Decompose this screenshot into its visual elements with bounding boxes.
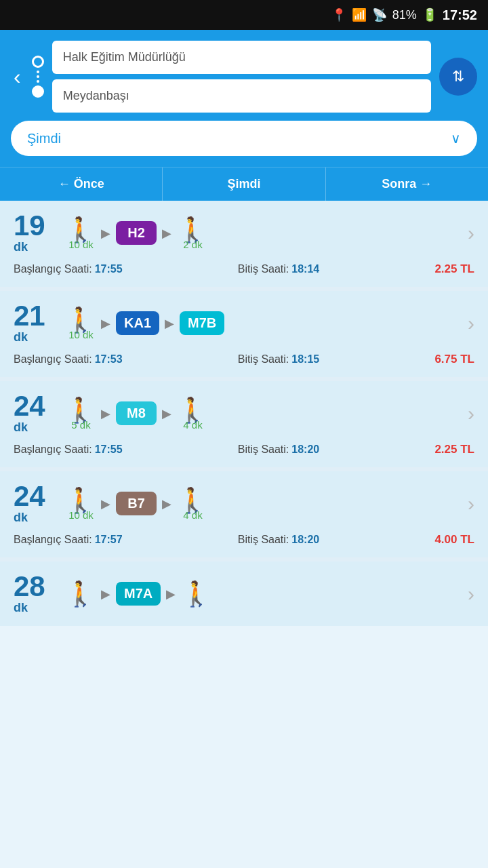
route-card[interactable]: 21 dk 🚶 10 dk ▶ KA1 ▶ M7B › Başlangıç Sa…	[0, 291, 488, 377]
duration-unit: dk	[14, 601, 28, 615]
walk-step: 🚶 4 dk	[177, 486, 207, 521]
route-price: 4.00 TL	[434, 533, 474, 547]
walk-time: 4 dk	[183, 419, 202, 431]
routes-list: 19 dk 🚶 10 dk ▶ H2 ▶ 🚶 2 dk › B	[0, 201, 488, 626]
route-card-bottom: Başlangıç Saati: 17:55 Bitiş Saati: 18:2…	[14, 443, 474, 456]
time-dropdown[interactable]: Şimdi ∨	[11, 121, 477, 156]
bus-badge: KA1	[116, 311, 159, 335]
route-duration: 19 dk	[14, 212, 54, 254]
end-label: Bitiş Saati:	[238, 263, 289, 275]
route-price: 2.25 TL	[434, 262, 474, 276]
step-arrow-icon: ▶	[101, 226, 110, 241]
route-detail-arrow-icon[interactable]: ›	[468, 402, 474, 425]
duration-number: 28	[14, 572, 45, 601]
route-card-top: 24 dk 🚶 10 dk ▶ B7 ▶ 🚶 4 dk ›	[14, 482, 474, 525]
walk-step: 🚶	[181, 580, 211, 608]
bus-step: M7A	[116, 582, 161, 606]
end-label: Bitiş Saati:	[238, 443, 289, 456]
duration-unit: dk	[14, 420, 28, 435]
walk-step: 🚶	[65, 580, 96, 608]
end-time: 18:20	[291, 443, 319, 456]
search-fields: Halk Eğitim Müdürlüğü Meydanbaşı	[52, 41, 431, 113]
tab-once-label: ← Önce	[58, 177, 104, 191]
route-steps: 🚶 10 dk ▶ B7 ▶ 🚶 4 dk	[65, 486, 468, 521]
destination-circle	[32, 85, 44, 98]
walk-step: 🚶 10 dk	[65, 306, 96, 340]
route-detail-arrow-icon[interactable]: ›	[468, 492, 474, 515]
swap-icon: ⇅	[452, 68, 464, 85]
walk-step: 🚶 2 dk	[177, 216, 207, 250]
route-card[interactable]: 24 dk 🚶 5 dk ▶ M8 ▶ 🚶 4 dk › Ba	[0, 381, 488, 467]
bus-badge: M7B	[180, 311, 224, 335]
step-arrow-icon: ▶	[101, 316, 110, 331]
route-detail-arrow-icon[interactable]: ›	[468, 312, 474, 335]
swap-button[interactable]: ⇅	[439, 58, 477, 96]
route-card[interactable]: 28 dk 🚶 ▶ M7A ▶ 🚶 ›	[0, 561, 488, 626]
route-steps: 🚶 10 dk ▶ KA1 ▶ M7B	[65, 306, 468, 340]
end-time: 18:14	[291, 263, 319, 275]
back-button[interactable]: ‹	[11, 62, 24, 92]
route-detail-arrow-icon[interactable]: ›	[468, 222, 474, 245]
tab-simdi[interactable]: Şimdi	[163, 167, 325, 201]
chevron-down-icon: ∨	[451, 130, 461, 146]
walk-time: 5 dk	[71, 419, 90, 431]
dot2	[37, 75, 39, 78]
duration-unit: dk	[14, 240, 28, 254]
walk-step: 🚶 5 dk	[65, 396, 96, 431]
route-price: 2.25 TL	[434, 443, 474, 456]
bus-step: KA1	[116, 311, 159, 335]
route-card-top: 24 dk 🚶 5 dk ▶ M8 ▶ 🚶 4 dk ›	[14, 392, 474, 435]
start-label: Başlangıç Saati:	[14, 353, 92, 366]
start-time: 17:55	[95, 443, 123, 456]
location-icon: 📍	[331, 7, 346, 22]
tab-sonra-label: Sonra →	[382, 177, 432, 191]
route-duration: 21 dk	[14, 302, 54, 344]
bus-step: B7	[116, 492, 157, 515]
destination-input[interactable]: Meydanbaşı	[52, 79, 431, 113]
route-card-top: 28 dk 🚶 ▶ M7A ▶ 🚶 ›	[14, 572, 474, 615]
route-detail-arrow-icon[interactable]: ›	[468, 583, 474, 606]
walk-step: 🚶 10 dk	[65, 216, 96, 250]
bus-step: M7B	[180, 311, 224, 335]
origin-circle	[32, 56, 44, 68]
status-bar: 📍 📶 📡 81% 🔋 17:52	[0, 0, 488, 30]
start-time: 17:57	[95, 534, 123, 546]
route-steps: 🚶 5 dk ▶ M8 ▶ 🚶 4 dk	[65, 396, 468, 431]
tab-simdi-label: Şimdi	[227, 177, 260, 191]
step-arrow-icon: ▶	[165, 316, 174, 331]
step-arrow-icon: ▶	[166, 587, 176, 601]
start-label: Başlangıç Saati:	[14, 443, 92, 456]
route-card-top: 19 dk 🚶 10 dk ▶ H2 ▶ 🚶 2 dk ›	[14, 212, 474, 254]
bus-badge: B7	[116, 492, 157, 515]
duration-number: 24	[14, 482, 45, 511]
dot3	[37, 80, 39, 83]
step-arrow-icon: ▶	[101, 406, 110, 421]
route-duration: 24 dk	[14, 482, 54, 525]
origin-input[interactable]: Halk Eğitim Müdürlüğü	[52, 41, 431, 74]
duration-number: 24	[14, 392, 45, 420]
dot1	[37, 71, 39, 73]
bus-badge: H2	[116, 221, 157, 245]
end-label: Bitiş Saati:	[238, 353, 289, 366]
route-card-bottom: Başlangıç Saati: 17:55 Bitiş Saati: 18:1…	[14, 262, 474, 276]
walk-time: 2 dk	[183, 239, 202, 250]
walk-icon: 🚶	[181, 580, 211, 608]
tab-sonra[interactable]: Sonra →	[326, 167, 488, 201]
bus-badge: M8	[116, 401, 157, 425]
bus-step: H2	[116, 221, 157, 245]
tab-once[interactable]: ← Önce	[0, 167, 163, 201]
route-card[interactable]: 19 dk 🚶 10 dk ▶ H2 ▶ 🚶 2 dk › B	[0, 201, 488, 287]
route-steps: 🚶 ▶ M7A ▶ 🚶	[65, 580, 468, 608]
route-dots	[37, 71, 39, 83]
walk-step: 🚶 4 dk	[177, 396, 207, 431]
route-card[interactable]: 24 dk 🚶 10 dk ▶ B7 ▶ 🚶 4 dk › B	[0, 471, 488, 557]
bus-step: M8	[116, 401, 157, 425]
step-arrow-icon: ▶	[101, 496, 110, 511]
step-arrow-icon: ▶	[101, 587, 110, 601]
walk-time: 4 dk	[183, 509, 202, 521]
battery-icon: 🔋	[422, 7, 437, 22]
back-icon: ‹	[14, 64, 21, 89]
route-price: 6.75 TL	[434, 353, 474, 366]
walk-time: 10 dk	[68, 239, 94, 250]
start-time: 17:53	[95, 353, 123, 366]
